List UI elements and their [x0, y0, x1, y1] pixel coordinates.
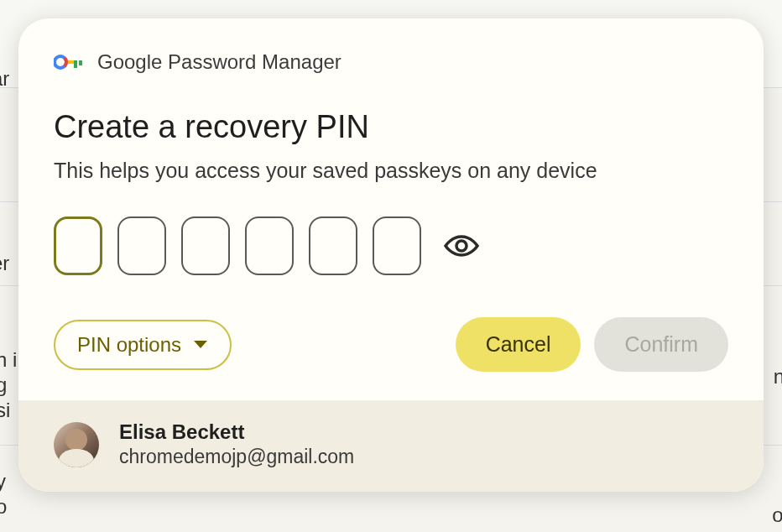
user-email: chromedemojp@gmail.com — [119, 446, 354, 468]
cancel-button[interactable]: Cancel — [456, 317, 581, 372]
account-footer: Elisa Beckett chromedemojp@gmail.com — [18, 400, 764, 492]
dialog-buttons: Cancel Confirm — [456, 317, 728, 372]
user-info: Elisa Beckett chromedemojp@gmail.com — [119, 420, 354, 468]
toggle-visibility-button[interactable] — [443, 227, 480, 264]
svg-point-5 — [456, 241, 467, 251]
svg-rect-2 — [74, 60, 77, 68]
eye-icon — [443, 233, 480, 258]
background-text: si — [0, 399, 10, 422]
brand-row: Google Password Manager — [54, 50, 728, 74]
pin-digit-6[interactable] — [373, 216, 421, 275]
dialog-subtitle: This helps you access your saved passkey… — [54, 159, 728, 183]
background-text: o — [0, 495, 7, 519]
background-text: ou — [772, 503, 782, 527]
background-text: er — [0, 252, 9, 275]
avatar — [54, 422, 99, 467]
user-name: Elisa Beckett — [119, 420, 354, 444]
background-text: y — [0, 470, 6, 493]
background-text: ar — [0, 67, 9, 91]
pin-digit-5[interactable] — [309, 216, 357, 275]
background-text: n i — [0, 348, 17, 372]
confirm-button: Confirm — [594, 317, 728, 372]
pin-digit-1[interactable] — [54, 216, 102, 275]
chevron-down-icon — [193, 340, 208, 350]
actions-row: PIN options Cancel Confirm — [54, 317, 728, 372]
pin-digit-2[interactable] — [117, 216, 166, 275]
recovery-pin-dialog: Google Password Manager Create a recover… — [18, 18, 764, 492]
pin-options-button[interactable]: PIN options — [54, 320, 232, 370]
pin-digit-4[interactable] — [245, 216, 294, 275]
pin-digit-3[interactable] — [181, 216, 230, 275]
brand-label: Google Password Manager — [97, 50, 341, 74]
dialog-title: Create a recovery PIN — [54, 109, 728, 145]
background-text: ns — [774, 365, 782, 389]
pin-options-label: PIN options — [77, 333, 181, 357]
google-password-manager-key-icon — [54, 54, 82, 70]
background-text: g — [0, 373, 7, 397]
pin-input-row — [54, 216, 728, 275]
dialog-body: Google Password Manager Create a recover… — [18, 18, 764, 400]
svg-rect-3 — [79, 60, 82, 65]
